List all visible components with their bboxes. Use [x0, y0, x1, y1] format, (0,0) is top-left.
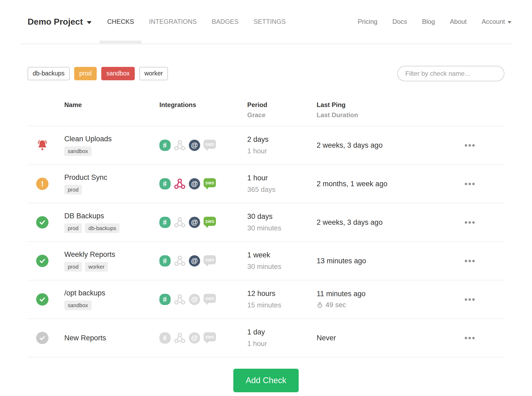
row-menu-button[interactable] [465, 143, 504, 148]
check-row[interactable]: Weekly Reportsprodworker#@SMS1 week30 mi… [28, 242, 504, 280]
grace-column-header: Grace [247, 111, 317, 119]
grace-value: 30 minutes [247, 224, 317, 232]
check-tags: prod [64, 185, 159, 195]
check-name[interactable]: DB Backups [64, 212, 159, 220]
last-ping-column-header: Last Ping [317, 101, 465, 109]
slack-hash-glyph: # [162, 179, 168, 188]
check-status-cell: ! [28, 178, 64, 190]
check-tag: prod [64, 185, 82, 195]
project-switcher[interactable]: Demo Project [28, 17, 92, 27]
tab-badges[interactable]: BADGES [204, 0, 246, 43]
row-menu-button[interactable] [465, 258, 504, 264]
integration-icons: #@SMS [159, 217, 247, 228]
bell-icon [36, 139, 48, 151]
chevron-down-icon [508, 21, 511, 24]
row-menu-button[interactable] [465, 181, 504, 187]
check-tags: prodworker [64, 262, 159, 272]
slack-hash-glyph: # [162, 295, 168, 304]
sms-label-glyph: SMS [205, 219, 214, 224]
site-link-about[interactable]: About [443, 18, 474, 25]
row-menu-button[interactable] [465, 220, 504, 225]
tab-integrations[interactable]: INTEGRATIONS [141, 0, 204, 43]
email-at-glyph: @ [191, 141, 198, 149]
tag-filter-db-backups[interactable]: db-backups [28, 67, 70, 80]
check-row[interactable]: /opt backupssandbox#@SMS12 hours15 minut… [28, 280, 504, 319]
check-row[interactable]: New Reports#@SMS1 day1 hourNever [28, 319, 504, 357]
status-ok-icon [36, 293, 48, 306]
check-period-cell: 2 days1 hour [247, 135, 317, 155]
slack-hash-glyph: # [162, 256, 168, 265]
tab-checks[interactable]: CHECKS [100, 0, 141, 43]
grace-value: 365 days [247, 185, 317, 194]
filter-bar: db-backupsprodsandboxworker [28, 66, 504, 81]
sms-icon: SMS [204, 332, 216, 341]
last-ping-value: 2 weeks, 3 days ago [317, 218, 465, 227]
slack-icon: # [159, 332, 171, 344]
period-column-header: Period [247, 101, 317, 109]
slack-icon: # [159, 217, 171, 228]
row-menu-button[interactable] [465, 335, 504, 341]
add-check-button[interactable]: Add Check [233, 369, 299, 392]
email-icon: @ [189, 140, 200, 151]
site-link-docs[interactable]: Docs [385, 18, 415, 25]
tag-filter-sandbox[interactable]: sandbox [101, 67, 135, 80]
site-link-pricing[interactable]: Pricing [350, 18, 385, 25]
period-value: 30 days [247, 212, 317, 221]
status-column-header [28, 101, 64, 119]
check-name[interactable]: Product Sync [64, 173, 159, 182]
check-integrations-cell: #@SMS [159, 255, 247, 266]
email-at-glyph: @ [191, 180, 198, 188]
slack-hash-glyph: # [162, 141, 168, 150]
project-name: Demo Project [28, 17, 83, 27]
sms-icon: SMS [204, 178, 216, 187]
check-name[interactable]: New Reports [64, 334, 159, 342]
tag-filter-prod[interactable]: prod [74, 67, 97, 80]
check-period-cell: 1 day1 hour [247, 328, 317, 348]
check-row[interactable]: DB Backupsproddb-backups#@SMS30 days30 m… [28, 203, 504, 242]
last-ping-value: 11 minutes ago [317, 290, 465, 298]
check-integrations-cell: #@SMS [159, 217, 247, 228]
account-label: Account [482, 18, 505, 25]
email-at-glyph: @ [191, 218, 198, 226]
slack-icon: # [159, 140, 171, 151]
check-name-filter-input[interactable] [397, 66, 504, 81]
check-period-cell: 1 hour365 days [247, 174, 317, 194]
check-name[interactable]: /opt backups [64, 289, 159, 297]
check-menu-cell [465, 143, 504, 148]
email-icon: @ [189, 178, 200, 189]
webhook-icon [174, 294, 185, 305]
check-last-ping-cell: 13 minutes ago [317, 257, 465, 265]
table-header-row: Name Integrations Period Grace Last Ping… [28, 101, 504, 126]
status-new-icon [36, 332, 48, 344]
chevron-down-icon [87, 21, 92, 24]
check-name[interactable]: Clean Uploads [64, 135, 159, 143]
row-menu-button[interactable] [465, 297, 504, 302]
check-integrations-cell: #@SMS [159, 178, 247, 189]
last-ping-value: Never [317, 334, 465, 342]
period-value: 1 day [247, 328, 317, 336]
check-status-cell [28, 293, 64, 306]
email-at-glyph: @ [191, 257, 198, 265]
last-ping-value: 13 minutes ago [317, 257, 465, 265]
tag-filter-worker[interactable]: worker [139, 67, 168, 80]
check-period-cell: 30 days30 minutes [247, 212, 317, 232]
check-row[interactable]: Clean Uploadssandbox#@SMS2 days1 hour2 w… [28, 126, 504, 165]
last-ping-value: 2 weeks, 3 days ago [317, 141, 465, 150]
account-menu[interactable]: Account [474, 18, 511, 25]
check-tag: sandbox [64, 300, 92, 310]
period-value: 12 hours [247, 290, 317, 298]
email-icon: @ [189, 332, 200, 344]
tab-settings[interactable]: SETTINGS [246, 0, 293, 43]
check-row[interactable]: !Product Syncprod#@SMS1 hour365 days2 mo… [28, 165, 504, 203]
check-tag: worker [85, 262, 108, 272]
check-integrations-cell: #@SMS [159, 294, 247, 305]
site-link-blog[interactable]: Blog [415, 18, 443, 25]
email-icon: @ [189, 217, 200, 228]
exclamation-glyph: ! [41, 179, 44, 188]
webhook-icon [174, 178, 185, 189]
check-last-ping-cell: 2 weeks, 3 days ago [317, 218, 465, 227]
check-name[interactable]: Weekly Reports [64, 250, 159, 259]
late-warning-icon: ! [36, 178, 48, 190]
slack-icon: # [159, 294, 171, 305]
grace-value: 1 hour [247, 340, 317, 348]
